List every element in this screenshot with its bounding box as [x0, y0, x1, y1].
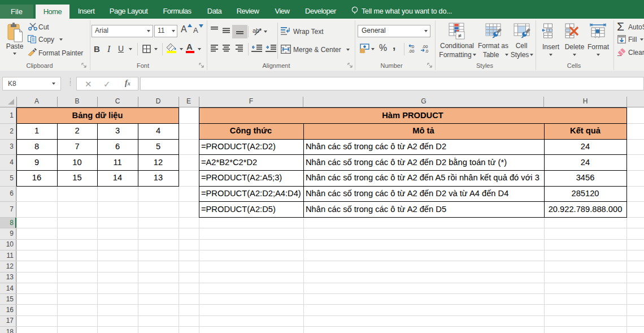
svg-text:.00: .00 [408, 49, 414, 53]
svg-text:≠: ≠ [458, 32, 462, 39]
svg-text:ab: ab [253, 27, 259, 34]
